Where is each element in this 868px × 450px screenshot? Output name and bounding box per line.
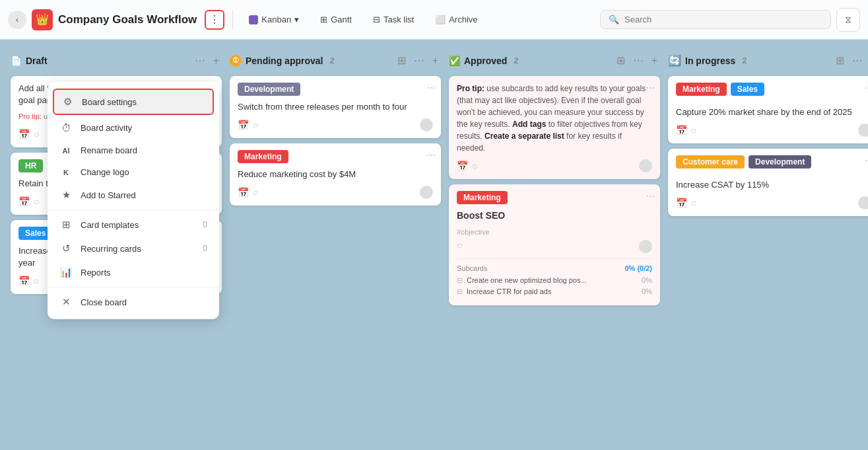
filter-icon: ⧖	[845, 14, 851, 25]
rename-board-label: Rename board	[81, 145, 207, 155]
logo-icon: K	[59, 169, 73, 176]
pending-col-more[interactable]: ⋯	[411, 53, 427, 68]
add-starred-label: Add to Starred	[81, 190, 207, 200]
pending-col-title: Pending approval	[246, 56, 323, 66]
column-header-draft: 📄 Draft ⋯ +	[11, 50, 222, 71]
filter-button[interactable]: ⧖	[836, 8, 860, 32]
approved-col-add[interactable]: +	[649, 53, 660, 68]
tasklist-label: Task list	[384, 15, 414, 24]
header: ‹ 👑 Company Goals Workflow ⋮ Kanban ▾ ⊞ …	[0, 0, 868, 40]
reports-label: Reports	[81, 268, 207, 278]
kanban-label: Kanban	[261, 15, 291, 24]
gantt-icon: ⊞	[320, 15, 327, 24]
menu-item-reports[interactable]: 📊 Reports	[48, 260, 219, 284]
menu-item-board-activity[interactable]: ⏱ Board activity	[48, 116, 219, 139]
menu-item-close-board[interactable]: ✕ Close board	[48, 290, 219, 314]
approved-col-more[interactable]: ⋯	[630, 53, 646, 68]
pending-col-icon: ①	[230, 55, 242, 67]
pending-col-grid[interactable]: ⊞	[395, 53, 409, 68]
inprogress-col-grid[interactable]: ⊞	[833, 53, 847, 68]
recurring-cards-label: Recurring cards	[81, 244, 195, 254]
gear-icon: ⚙	[61, 96, 74, 108]
column-header-pending: ① Pending approval 2 ⊞ ⋯ +	[230, 50, 441, 71]
reports-icon: 📊	[59, 266, 73, 278]
recurring-cards-count: 0	[203, 244, 207, 253]
draft-col-add[interactable]: +	[211, 53, 222, 68]
inprogress-col-count: 2	[742, 56, 747, 65]
menu-item-recurring-cards[interactable]: ↺ Recurring cards 0	[48, 237, 219, 260]
dropdown-menu: ⚙ Board settings ⏱ Board activity AI Ren…	[48, 82, 219, 319]
recurring-icon: ↺	[59, 243, 73, 254]
approved-col-actions: ⊞ ⋯ +	[614, 53, 660, 68]
search-icon: 🔍	[609, 15, 619, 24]
rename-icon: AI	[59, 147, 73, 155]
inprogress-col-more[interactable]: ⋯	[850, 53, 865, 68]
kanban-chevron: ▾	[294, 15, 299, 24]
inprogress-col-title: In progress	[685, 56, 735, 66]
gantt-nav-button[interactable]: ⊞ Gantt	[312, 11, 360, 28]
board-title: Company Goals Workflow	[58, 13, 197, 26]
draft-col-more[interactable]: ⋯	[192, 53, 208, 68]
change-logo-label: Change logo	[81, 167, 207, 177]
board-activity-label: Board activity	[81, 123, 207, 133]
activity-icon: ⏱	[59, 122, 73, 133]
inprogress-col-actions: ⊞ ⋯ +	[833, 53, 868, 68]
archive-label: Archive	[449, 15, 477, 24]
gantt-label: Gantt	[331, 15, 352, 24]
menu-item-add-starred[interactable]: ★ Add to Starred	[48, 183, 219, 207]
templates-icon: ⊞	[59, 219, 73, 231]
header-divider	[232, 11, 233, 29]
pending-col-add[interactable]: +	[430, 53, 441, 68]
inprogress-col-icon: 🔄	[668, 54, 681, 67]
card-templates-count: 0	[203, 220, 207, 229]
approved-col-title: Approved	[464, 56, 507, 66]
menu-item-rename-board[interactable]: AI Rename board	[48, 139, 219, 161]
approved-col-grid[interactable]: ⊞	[614, 53, 628, 68]
pending-col-actions: ⊞ ⋯ +	[395, 53, 441, 68]
close-icon: ✕	[59, 296, 73, 308]
more-options-button[interactable]: ⋮	[205, 10, 224, 30]
menu-divider-1	[48, 209, 219, 210]
column-header-inprogress: 🔄 In progress 2 ⊞ ⋯ +	[668, 50, 868, 71]
board-settings-label: Board settings	[82, 97, 206, 107]
approved-col-icon: ✅	[449, 56, 460, 66]
archive-nav-button[interactable]: ⬜ Archive	[427, 11, 485, 28]
draft-col-title: Draft	[26, 56, 48, 66]
collapse-button[interactable]: ‹	[8, 11, 26, 29]
search-input[interactable]	[624, 15, 822, 24]
archive-icon: ⬜	[435, 15, 446, 24]
dropdown-overlay: ⚙ Board settings ⏱ Board activity AI Ren…	[0, 79, 868, 450]
approved-col-count: 2	[514, 56, 518, 65]
board-logo: 👑	[32, 9, 53, 30]
menu-item-board-settings[interactable]: ⚙ Board settings	[53, 89, 214, 115]
menu-item-change-logo[interactable]: K Change logo	[48, 161, 219, 183]
tasklist-icon: ⊟	[373, 15, 380, 24]
star-icon: ★	[59, 189, 73, 201]
close-board-label: Close board	[81, 297, 207, 307]
menu-divider-2	[48, 287, 219, 287]
pending-col-count: 2	[329, 56, 334, 65]
column-header-approved: ✅ Approved 2 ⊞ ⋯ +	[449, 50, 660, 71]
kanban-icon	[249, 15, 258, 24]
main-area: 📄 Draft ⋯ + ⋯ Add all the company goals …	[0, 40, 868, 450]
draft-col-actions: ⋯ +	[192, 53, 222, 68]
kanban-nav-button[interactable]: Kanban ▾	[241, 11, 307, 28]
tasklist-nav-button[interactable]: ⊟ Task list	[365, 11, 422, 28]
menu-item-card-templates[interactable]: ⊞ Card templates 0	[48, 213, 219, 237]
draft-col-icon: 📄	[11, 56, 22, 66]
search-bar: 🔍	[600, 10, 831, 29]
card-templates-label: Card templates	[81, 220, 195, 230]
